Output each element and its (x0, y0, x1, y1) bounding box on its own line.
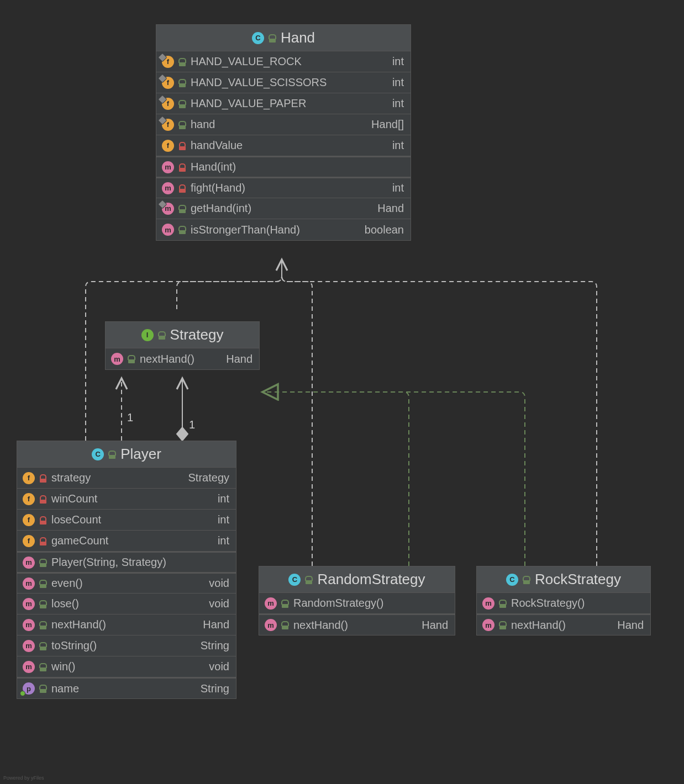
member-name: nextHand() (293, 619, 417, 632)
field-icon: f (23, 535, 35, 547)
uml-class-hand[interactable]: CHandfHAND_VALUE_ROCKintfHAND_VALUE_SCIS… (156, 24, 411, 241)
unlock-icon (178, 58, 186, 66)
class-header[interactable]: CRandomStrategy (259, 566, 455, 593)
member-name: isStrongerThan(Hand) (191, 224, 360, 236)
member-row[interactable]: fhandValueint (156, 135, 411, 156)
member-row[interactable]: mgetHand(int)Hand (156, 198, 411, 219)
member-type: Hand (377, 202, 404, 215)
method-icon: m (162, 203, 174, 215)
member-name: lose() (51, 597, 204, 610)
unlock-icon (499, 621, 507, 629)
member-type: String (201, 639, 229, 652)
member-name: hand (191, 118, 367, 131)
member-row[interactable]: pnameString (17, 677, 236, 698)
member-row[interactable]: mfight(Hand)int (156, 177, 411, 198)
member-type: int (218, 513, 229, 526)
class-name: RockStrategy (535, 571, 621, 588)
method-icon: m (23, 661, 35, 673)
member-row[interactable]: mtoString()String (17, 635, 236, 656)
member-type: int (392, 97, 404, 110)
member-row[interactable]: fHAND_VALUE_ROCKint (156, 51, 411, 72)
member-row[interactable]: fHAND_VALUE_SCISSORSint (156, 72, 411, 93)
member-name: gameCount (51, 534, 213, 547)
member-row[interactable]: meven()void (17, 573, 236, 594)
uml-class-strategy[interactable]: IStrategymnextHand()Hand (105, 321, 260, 370)
unlock-icon (523, 576, 530, 584)
member-row[interactable]: mnextHand()Hand (477, 614, 650, 635)
lock-icon (178, 163, 186, 171)
member-type: String (201, 682, 229, 695)
unlock-icon (178, 205, 186, 213)
member-name: toString() (51, 639, 196, 652)
member-name: RandomStrategy() (293, 597, 448, 610)
unlock-icon (39, 600, 47, 608)
unlock-icon (499, 600, 507, 607)
class-header[interactable]: CRockStrategy (477, 566, 650, 593)
member-row[interactable]: mRockStrategy() (477, 593, 650, 614)
method-icon: m (111, 353, 123, 365)
field-icon: f (162, 119, 174, 131)
member-row[interactable]: floseCountint (17, 510, 236, 531)
class-icon: C (288, 574, 301, 586)
class-name: Strategy (170, 326, 224, 343)
member-name: nextHand() (51, 618, 198, 631)
method-icon: m (265, 597, 277, 610)
method-icon: m (265, 619, 277, 631)
member-row[interactable]: mRandomStrategy() (259, 593, 455, 614)
member-name: HAND_VALUE_ROCK (191, 55, 388, 68)
unlock-icon (178, 79, 186, 87)
unlock-icon (39, 685, 47, 692)
uml-class-randomstrategy[interactable]: CRandomStrategymRandomStrategy()mnextHan… (259, 566, 455, 635)
unlock-icon (178, 100, 186, 108)
member-row[interactable]: fHAND_VALUE_PAPERint (156, 93, 411, 114)
lock-icon (178, 142, 186, 150)
member-row[interactable]: fwinCountint (17, 489, 236, 510)
class-icon: C (506, 574, 518, 586)
field-icon: f (23, 472, 35, 484)
member-row[interactable]: mPlayer(String, Strategy) (17, 552, 236, 573)
method-icon: m (23, 619, 35, 631)
member-type: Hand (617, 619, 644, 632)
class-name: RandomStrategy (317, 571, 425, 588)
member-row[interactable]: mlose()void (17, 594, 236, 615)
method-icon: m (162, 161, 174, 173)
unlock-icon (39, 663, 47, 671)
member-type: int (392, 139, 404, 152)
member-name: win() (51, 660, 204, 673)
member-row[interactable]: mwin()void (17, 656, 236, 677)
unlock-icon (158, 331, 166, 339)
uml-class-player[interactable]: CPlayerfstrategyStrategyfwinCountintflos… (17, 441, 236, 699)
multiplicity-label: 1 (189, 419, 195, 431)
member-name: getHand(int) (191, 202, 373, 215)
member-row[interactable]: mHand(int) (156, 156, 411, 177)
class-header[interactable]: IStrategy (106, 322, 259, 348)
interface-icon: I (141, 329, 154, 341)
class-name: Player (120, 446, 161, 463)
member-row[interactable]: fgameCountint (17, 531, 236, 552)
member-row[interactable]: mnextHand()Hand (106, 348, 259, 369)
member-type: Hand (226, 353, 252, 365)
member-row[interactable]: fstrategyStrategy (17, 468, 236, 489)
unlock-icon (305, 576, 313, 584)
unlock-icon (178, 226, 186, 234)
member-name: nextHand() (511, 619, 613, 632)
member-row[interactable]: misStrongerThan(Hand)boolean (156, 219, 411, 240)
unlock-icon (281, 600, 289, 607)
method-icon: m (482, 597, 494, 610)
unlock-icon (269, 34, 276, 42)
unlock-icon (39, 621, 47, 629)
unlock-icon (39, 642, 47, 650)
class-header[interactable]: CHand (156, 25, 411, 51)
field-icon: f (23, 514, 35, 526)
method-icon: m (23, 557, 35, 569)
class-header[interactable]: CPlayer (17, 441, 236, 468)
uml-class-rockstrategy[interactable]: CRockStrategymRockStrategy()mnextHand()H… (476, 566, 651, 635)
member-row[interactable]: mnextHand()Hand (259, 614, 455, 635)
member-name: HAND_VALUE_PAPER (191, 97, 388, 110)
lock-icon (39, 474, 47, 482)
member-row[interactable]: mnextHand()Hand (17, 615, 236, 635)
member-name: strategy (51, 472, 184, 484)
member-row[interactable]: fhandHand[] (156, 114, 411, 135)
unlock-icon (108, 451, 116, 458)
member-type: int (392, 182, 404, 194)
